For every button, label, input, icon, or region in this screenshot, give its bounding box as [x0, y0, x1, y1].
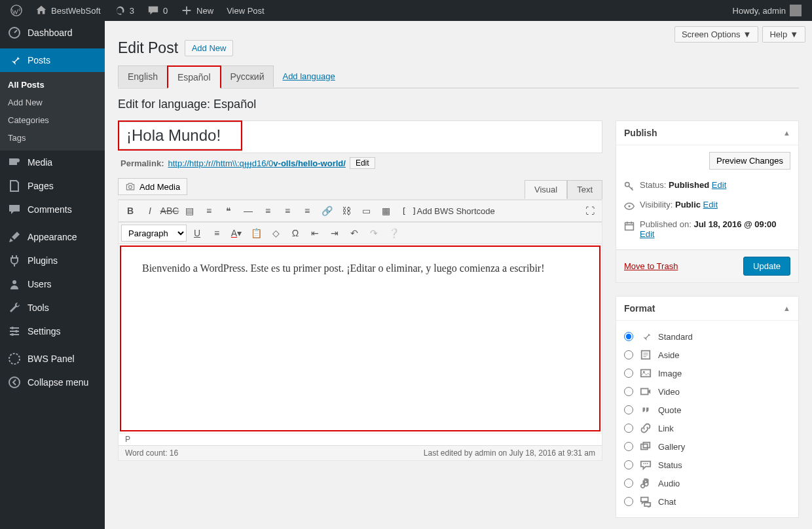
align-right-button[interactable]: ≡ — [298, 202, 316, 220]
permalink-edit-button[interactable]: Edit — [350, 157, 375, 169]
image-icon — [640, 367, 652, 379]
format-standard[interactable]: Standard — [624, 327, 790, 346]
preview-changes-button[interactable]: Preview Changes — [709, 152, 790, 170]
hr-button[interactable]: — — [239, 202, 257, 220]
ul-button[interactable]: ▤ — [180, 202, 198, 220]
menu-plugins[interactable]: Plugins — [0, 249, 105, 272]
menu-appearance[interactable]: Appearance — [0, 225, 105, 249]
align-center-button[interactable]: ≡ — [278, 202, 297, 220]
toolbar-toggle-button[interactable]: ▦ — [377, 202, 395, 220]
updates-link[interactable]: 3 — [109, 0, 139, 21]
menu-bws-panel[interactable]: BWS Panel — [0, 347, 105, 371]
strike-button[interactable]: ABC — [160, 202, 179, 220]
undo-button[interactable]: ↶ — [345, 224, 363, 242]
comments-icon — [8, 203, 21, 216]
wrench-icon — [8, 301, 21, 314]
pin-icon — [8, 54, 21, 67]
publish-heading[interactable]: Publish▲ — [616, 121, 798, 145]
new-link[interactable]: New — [175, 0, 219, 21]
format-radio[interactable] — [624, 387, 633, 396]
align-left-button[interactable]: ≡ — [259, 202, 277, 220]
help-icon-button[interactable]: ❔ — [384, 224, 403, 242]
indent-button[interactable]: ⇥ — [325, 224, 344, 242]
menu-tools[interactable]: Tools — [0, 296, 105, 319]
format-audio[interactable]: Audio — [624, 474, 790, 492]
menu-users[interactable]: Users — [0, 272, 105, 296]
justify-button[interactable]: ≡ — [208, 224, 226, 242]
format-heading[interactable]: Format▲ — [616, 297, 798, 321]
redo-button[interactable]: ↷ — [365, 224, 383, 242]
editor-tab-visual[interactable]: Visual — [525, 180, 567, 199]
paste-button[interactable]: 📋 — [247, 224, 265, 242]
menu-settings[interactable]: Settings — [0, 319, 105, 343]
add-language-link[interactable]: Add language — [282, 71, 335, 81]
tab-russian[interactable]: Русский — [221, 65, 274, 87]
status-edit-link[interactable]: Edit — [712, 180, 726, 190]
permalink-link[interactable]: http://http:/r//httm\\:qɟɟɟd16/0v-olls/h… — [168, 158, 345, 168]
paragraph-select[interactable]: Paragraph — [121, 225, 187, 242]
format-aside[interactable]: Aside — [624, 346, 790, 364]
published-edit-link[interactable]: Edit — [640, 229, 654, 239]
format-radio[interactable] — [624, 442, 633, 451]
fullscreen-button[interactable]: ⛶ — [581, 202, 599, 220]
more-button[interactable]: ▭ — [357, 202, 375, 220]
add-new-button[interactable]: Add New — [185, 40, 234, 56]
format-radio[interactable] — [624, 350, 633, 359]
title-field-rest[interactable] — [242, 120, 602, 153]
specialchar-button[interactable]: Ω — [286, 224, 304, 242]
menu-posts[interactable]: Posts — [0, 48, 105, 72]
howdy-link[interactable]: Howdy, admin — [728, 0, 807, 21]
clear-format-button[interactable]: ◇ — [267, 224, 285, 242]
format-radio[interactable] — [624, 405, 633, 414]
help-button[interactable]: Help ▼ — [762, 26, 805, 43]
format-link[interactable]: Link — [624, 419, 790, 437]
format-chat[interactable]: Chat — [624, 492, 790, 511]
format-video[interactable]: Video — [624, 382, 790, 401]
svg-point-7 — [9, 354, 20, 364]
outdent-button[interactable]: ⇤ — [306, 224, 324, 242]
submenu-categories[interactable]: Categories — [0, 111, 105, 129]
post-title-input[interactable] — [119, 122, 241, 149]
textcolor-button[interactable]: A ▾ — [227, 224, 246, 242]
format-radio[interactable] — [624, 424, 633, 433]
bws-shortcode-button[interactable]: [ ]Add BWS Shortcode — [396, 202, 500, 220]
submenu-tags[interactable]: Tags — [0, 129, 105, 147]
update-button[interactable]: Update — [743, 257, 790, 276]
submenu-all-posts[interactable]: All Posts — [0, 76, 105, 94]
menu-dashboard[interactable]: Dashboard — [0, 21, 105, 45]
visibility-edit-link[interactable]: Edit — [703, 200, 718, 210]
view-post-link[interactable]: View Post — [221, 0, 270, 21]
move-to-trash-link[interactable]: Move to Trash — [624, 261, 678, 271]
editor-tab-text[interactable]: Text — [567, 180, 602, 199]
format-radio[interactable] — [624, 460, 633, 469]
format-radio[interactable] — [624, 332, 633, 341]
tab-english[interactable]: English — [118, 65, 168, 87]
wp-logo[interactable] — [5, 0, 28, 21]
add-media-button[interactable]: Add Media — [118, 178, 187, 195]
format-quote[interactable]: Quote — [624, 401, 790, 419]
menu-comments[interactable]: Comments — [0, 198, 105, 221]
underline-button[interactable]: U — [188, 224, 206, 242]
format-gallery[interactable]: Gallery — [624, 437, 790, 456]
link-button[interactable]: 🔗 — [318, 202, 336, 220]
site-link[interactable]: BestWebSoft — [30, 0, 106, 21]
tab-espanol[interactable]: Español — [167, 65, 221, 88]
format-radio[interactable] — [624, 369, 633, 378]
ol-button[interactable]: ≡ — [200, 202, 218, 220]
format-image[interactable]: Image — [624, 364, 790, 382]
unlink-button[interactable]: ⛓ — [337, 202, 356, 220]
quote-button[interactable]: ❝ — [219, 202, 238, 220]
format-radio[interactable] — [624, 479, 633, 488]
screen-options-button[interactable]: Screen Options ▼ — [674, 26, 758, 43]
comments-link[interactable]: 0 — [142, 0, 173, 21]
menu-collapse[interactable]: Collapse menu — [0, 371, 105, 394]
format-radio[interactable] — [624, 497, 633, 506]
editor-body[interactable]: Bienvenido a WordPress. Este es tu prime… — [121, 247, 599, 430]
bold-button[interactable]: B — [121, 202, 139, 220]
format-status[interactable]: Status — [624, 456, 790, 474]
menu-pages[interactable]: Pages — [0, 174, 105, 198]
menu-media[interactable]: Media — [0, 151, 105, 174]
submenu-add-new[interactable]: Add New — [0, 94, 105, 111]
plug-icon — [8, 254, 21, 267]
italic-button[interactable]: I — [141, 202, 159, 220]
